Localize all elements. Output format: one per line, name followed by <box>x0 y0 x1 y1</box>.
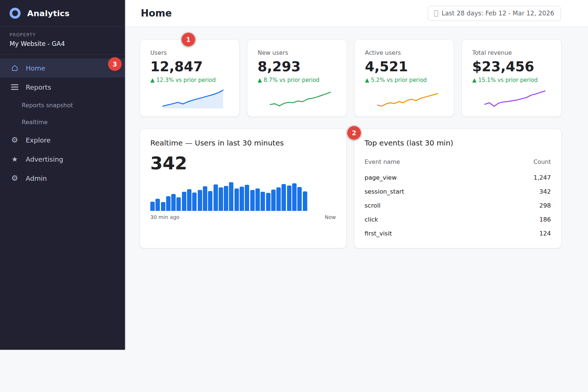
realtime-title: Realtime — Users in last 30 minutes <box>150 139 336 147</box>
realtime-axis-labels: 30 min ago Now <box>150 214 336 220</box>
realtime-bar <box>229 182 233 211</box>
realtime-bar <box>297 187 302 211</box>
realtime-users-value: 342 <box>150 153 336 173</box>
sidebar-item-reports[interactable]: Reports <box>0 78 125 97</box>
table-row: session_start342 <box>365 184 551 198</box>
sidebar-item-label: Explore <box>26 136 51 144</box>
top-bar: Home Last 28 days: Feb 12 - Mar 12, 2026 <box>125 0 588 27</box>
kpi-label: Total revenue <box>472 49 551 56</box>
calendar-placeholder-icon <box>434 10 438 17</box>
realtime-bar <box>303 191 307 211</box>
realtime-bar <box>292 183 297 211</box>
realtime-bar <box>219 187 223 211</box>
realtime-bar <box>171 194 176 211</box>
sidebar-item-label: Advertising <box>26 155 63 163</box>
realtime-bar <box>240 187 244 211</box>
kpi-card-total-revenue: Total revenue$23,456▲ 15.1% vs prior per… <box>462 39 562 117</box>
step-badge-1: 1 <box>182 33 195 46</box>
realtime-bar <box>214 184 218 211</box>
kpi-delta: ▲ 15.1% vs prior period <box>472 77 551 83</box>
sidebar-item-label: Admin <box>26 175 47 182</box>
realtime-card: Realtime — Users in last 30 minutes 342 … <box>140 129 347 248</box>
kpi-row: 1Users12,847▲ 12.3% vs prior periodNew u… <box>140 39 562 117</box>
second-row: Realtime — Users in last 30 minutes 342 … <box>140 129 562 248</box>
kpi-label: Active users <box>365 49 444 56</box>
table-row: page_view1,247 <box>365 170 551 184</box>
menu-icon <box>11 84 18 90</box>
realtime-bar <box>282 184 286 211</box>
sidebar-item-admin[interactable]: ⚙Admin <box>0 169 125 188</box>
kpi-label: New users <box>258 49 336 56</box>
realtime-bar <box>155 199 160 211</box>
kpi-sparkline <box>485 88 545 108</box>
date-range-button[interactable]: Last 28 days: Feb 12 - Mar 12, 2026 <box>428 6 561 21</box>
event-name-cell: scroll <box>365 198 494 212</box>
property-name: My Website - GA4 <box>10 40 115 47</box>
property-label: PROPERTY <box>10 32 115 37</box>
kpi-value: 12,847 <box>150 58 229 75</box>
realtime-bar <box>266 193 270 211</box>
realtime-bar <box>161 202 165 211</box>
sidebar-item-label: Reports snapshot <box>22 102 73 109</box>
table-header-row: Event nameCount <box>365 156 551 170</box>
event-count-cell: 1,247 <box>494 170 551 184</box>
home-icon <box>11 64 18 72</box>
kpi-card-users: 1Users12,847▲ 12.3% vs prior period <box>140 39 240 117</box>
realtime-bar <box>198 190 202 211</box>
event-name-cell: session_start <box>365 184 494 198</box>
page: Analytics PROPERTY My Website - GA4 Home… <box>0 0 588 392</box>
table-row: scroll298 <box>365 198 551 212</box>
kpi-sparkline <box>270 88 330 108</box>
page-title: Home <box>141 8 172 19</box>
property-selector[interactable]: PROPERTY My Website - GA4 <box>0 27 125 55</box>
sidebar-item-reports-snapshot[interactable]: Reports snapshot <box>0 97 125 114</box>
sidebar-item-home[interactable]: Home3 <box>0 58 125 78</box>
sidebar-nav: Home3ReportsReports snapshotRealtime⚙Exp… <box>0 55 125 188</box>
main-area: Home Last 28 days: Feb 12 - Mar 12, 2026… <box>125 0 588 248</box>
event-name-cell: first_visit <box>365 226 494 240</box>
top-events-title: Top events (last 30 min) <box>365 139 551 147</box>
realtime-bar <box>192 193 197 211</box>
kpi-sparkline <box>377 88 438 108</box>
realtime-bar <box>287 186 291 211</box>
sidebar-item-realtime[interactable]: Realtime <box>0 114 125 130</box>
kpi-delta: ▲ 8.7% vs prior period <box>258 77 336 83</box>
sidebar-item-label: Reports <box>26 83 51 91</box>
realtime-bar-chart <box>150 181 307 211</box>
kpi-delta: ▲ 5.2% vs prior period <box>365 77 444 83</box>
step-badge-2: 2 <box>347 126 361 140</box>
event-name-cell: click <box>365 212 494 226</box>
kpi-card-new-users: New users8,293▲ 8.7% vs prior period <box>247 39 347 117</box>
sidebar: Analytics PROPERTY My Website - GA4 Home… <box>0 0 125 350</box>
column-header-count: Count <box>494 156 551 170</box>
realtime-bar <box>271 190 276 211</box>
gear-icon: ⚙ <box>11 136 18 144</box>
sidebar-item-explore[interactable]: ⚙Explore <box>0 130 125 150</box>
date-range-label: Last 28 days: Feb 12 - Mar 12, 2026 <box>442 10 554 17</box>
sidebar-item-label: Realtime <box>22 119 48 126</box>
content: 1Users12,847▲ 12.3% vs prior periodNew u… <box>125 27 562 248</box>
event-count-cell: 298 <box>494 198 551 212</box>
kpi-label: Users <box>150 49 229 56</box>
realtime-bar <box>250 190 255 211</box>
step-badge-3: 3 <box>108 57 122 71</box>
app-title: Analytics <box>27 9 69 18</box>
axis-label-left: 30 min ago <box>150 214 179 220</box>
realtime-bar <box>166 196 171 211</box>
realtime-bar <box>208 191 212 211</box>
realtime-bar <box>276 187 281 211</box>
table-row: first_visit124 <box>365 226 551 240</box>
gear-icon: ⚙ <box>11 175 18 182</box>
realtime-bar <box>261 192 265 211</box>
event-name-cell: page_view <box>365 170 494 184</box>
kpi-value: $23,456 <box>472 58 551 75</box>
column-header-event-name: Event name <box>365 156 494 170</box>
kpi-sparkline <box>163 88 223 108</box>
event-count-cell: 124 <box>494 226 551 240</box>
table-row: click186 <box>365 212 551 226</box>
realtime-bar <box>182 192 186 211</box>
sidebar-item-advertising[interactable]: ★Advertising <box>0 150 125 169</box>
event-count-cell: 186 <box>494 212 551 226</box>
realtime-bar <box>203 186 207 211</box>
app-logo: Analytics <box>0 0 125 27</box>
